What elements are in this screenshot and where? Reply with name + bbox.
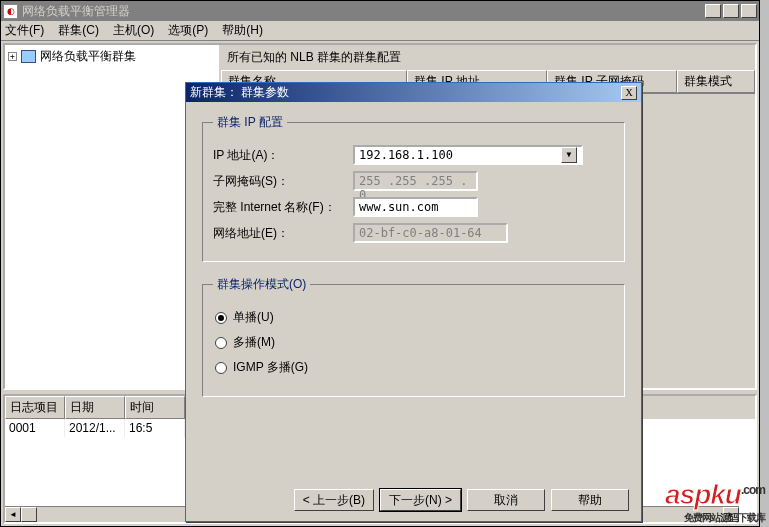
watermark-sub: 免费网站源码下载库 (665, 511, 765, 525)
expand-icon[interactable]: + (8, 52, 17, 61)
mac-label: 网络地址(E)： (213, 225, 353, 242)
group-ip-config: 群集 IP 配置 IP 地址(A)： 192.168.1.100 ▼ 子网掩码(… (202, 114, 625, 262)
chevron-down-icon[interactable]: ▼ (561, 147, 577, 163)
subnet-label: 子网掩码(S)： (213, 173, 353, 190)
group-ip-legend: 群集 IP 配置 (213, 114, 287, 131)
next-button[interactable]: 下一步(N) > (380, 489, 461, 511)
group-mode-legend: 群集操作模式(O) (213, 276, 310, 293)
mac-field: 02-bf-c0-a8-01-64 (353, 223, 508, 243)
scroll-thumb[interactable] (21, 507, 37, 522)
menu-host[interactable]: 主机(O) (113, 22, 154, 39)
app-icon: ◐ (3, 4, 18, 19)
list-header-label: 所有已知的 NLB 群集的群集配置 (221, 45, 755, 70)
log-item: 0001 (5, 419, 65, 437)
dialog-body: 群集 IP 配置 IP 地址(A)： 192.168.1.100 ▼ 子网掩码(… (186, 102, 641, 423)
radio-unicast-label: 单播(U) (233, 309, 274, 326)
dialog-buttons: < 上一步(B) 下一步(N) > 取消 帮助 (198, 489, 629, 511)
radio-unicast[interactable]: 单播(U) (215, 309, 612, 326)
watermark: aspku.com 免费网站源码下载库 (665, 479, 765, 525)
close-button[interactable]: X (741, 4, 757, 18)
inet-field[interactable]: www.sun.com (353, 197, 478, 217)
watermark-dot: .com (741, 483, 765, 497)
log-date: 2012/1... (65, 419, 125, 437)
inet-label: 完整 Internet 名称(F)： (213, 199, 353, 216)
tree-root-item[interactable]: + 网络负载平衡群集 (7, 47, 217, 66)
minimize-button[interactable]: _ (705, 4, 721, 18)
subnet-field: 255 .255 .255 . 0 (353, 171, 478, 191)
ip-combobox[interactable]: 192.168.1.100 ▼ (353, 145, 583, 165)
ip-label: IP 地址(A)： (213, 147, 353, 164)
radio-icon (215, 312, 227, 324)
col-cluster-mode[interactable]: 群集模式 (677, 70, 755, 93)
dialog-close-button[interactable]: X (621, 86, 637, 100)
menu-cluster[interactable]: 群集(C) (58, 22, 99, 39)
tree-root-label: 网络负载平衡群集 (40, 48, 136, 65)
dialog-titlebar: 新群集： 群集参数 X (186, 83, 641, 102)
col-log-item[interactable]: 日志项目 (5, 396, 65, 419)
watermark-main: aspku (665, 479, 741, 510)
group-mode: 群集操作模式(O) 单播(U) 多播(M) IGMP 多播(G) (202, 276, 625, 397)
menu-help[interactable]: 帮助(H) (222, 22, 263, 39)
help-button[interactable]: 帮助 (551, 489, 629, 511)
radio-icon (215, 337, 227, 349)
menubar: 文件(F) 群集(C) 主机(O) 选项(P) 帮助(H) (1, 21, 759, 41)
cluster-icon (21, 50, 36, 63)
log-time: 16:5 (125, 419, 185, 437)
col-log-date[interactable]: 日期 (65, 396, 125, 419)
ip-value: 192.168.1.100 (359, 148, 561, 162)
dialog-title: 新群集： 群集参数 (190, 84, 621, 101)
cancel-button[interactable]: 取消 (467, 489, 545, 511)
new-cluster-dialog: 新群集： 群集参数 X 群集 IP 配置 IP 地址(A)： 192.168.1… (185, 82, 642, 522)
col-log-time[interactable]: 时间 (125, 396, 185, 419)
scroll-left-icon[interactable]: ◄ (5, 507, 21, 522)
titlebar: ◐ 网络负载平衡管理器 _ □ X (1, 1, 759, 21)
maximize-button[interactable]: □ (723, 4, 739, 18)
radio-multicast-label: 多播(M) (233, 334, 275, 351)
radio-igmp[interactable]: IGMP 多播(G) (215, 359, 612, 376)
radio-multicast[interactable]: 多播(M) (215, 334, 612, 351)
menu-file[interactable]: 文件(F) (5, 22, 44, 39)
radio-igmp-label: IGMP 多播(G) (233, 359, 308, 376)
back-button[interactable]: < 上一步(B) (294, 489, 374, 511)
menu-options[interactable]: 选项(P) (168, 22, 208, 39)
window-title: 网络负载平衡管理器 (22, 3, 705, 20)
radio-icon (215, 362, 227, 374)
